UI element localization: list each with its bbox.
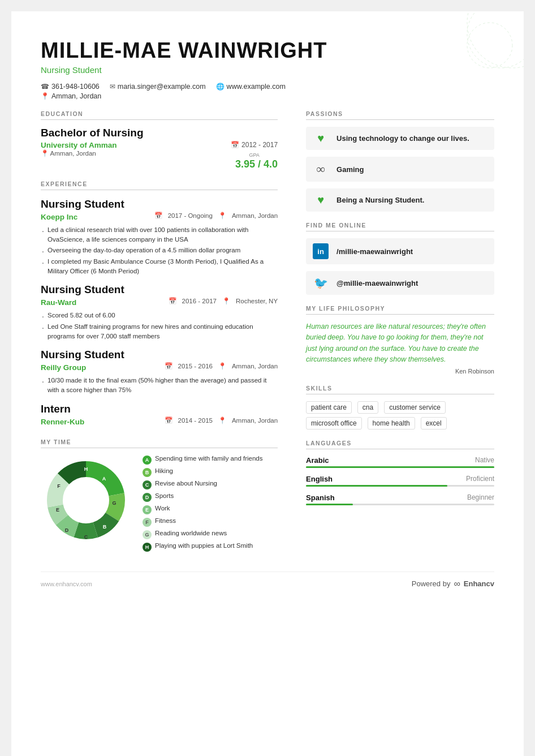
- lang-spanish-bar-fill: [306, 504, 353, 505]
- legend-dot-D: D: [143, 493, 152, 502]
- exp-item-3: Nursing Student Reilly Group 📅 2015 - 20…: [41, 349, 278, 394]
- exp-item-4: Intern Renner-Kub 📅 2014 - 2015 📍 Amman,…: [41, 403, 278, 427]
- bullet-item: 10/30 made it to the final exam (50% hig…: [41, 376, 278, 394]
- skill-tag-4: home health: [368, 417, 415, 429]
- exp-title-3: Nursing Student: [41, 349, 278, 361]
- cal-icon: 📅: [231, 141, 239, 149]
- passion-item-2: ∞ Gaming: [306, 157, 494, 182]
- cal-icon-4: 📅: [165, 416, 172, 424]
- lang-arabic-bar-fill: [306, 466, 494, 468]
- exp-company-2: Rau-Ward: [41, 298, 76, 307]
- skill-tag-5: excel: [421, 417, 447, 429]
- lang-english-bar-bg: [306, 485, 494, 487]
- email-icon: ✉: [110, 83, 115, 91]
- skill-tag-3: microsoft office: [306, 417, 361, 429]
- exp-meta-details-4: 📅 2014 - 2015 📍 Amman, Jordan: [165, 416, 278, 424]
- edu-right: 📅 2012 - 2017 GPA 3.95 / 4.0: [231, 141, 278, 170]
- legend-text-C: Revise about Nursing: [155, 480, 217, 487]
- legend-dot-F: F: [143, 518, 152, 527]
- header: MILLIE-MAE WAINWRIGHT Nursing Student ☎ …: [41, 38, 494, 100]
- legend-dot-C: C: [143, 480, 152, 489]
- skill-tag-1: cna: [357, 401, 378, 414]
- svg-text:E: E: [56, 507, 59, 513]
- lang-arabic: Arabic Native: [306, 456, 494, 468]
- skills-tags: patient care cna customer service micros…: [306, 401, 494, 429]
- gpa-label: GPA: [231, 152, 278, 158]
- exp-item-2: Nursing Student Rau-Ward 📅 2016 - 2017 📍…: [41, 284, 278, 341]
- legend-item-B: B Hiking: [143, 467, 278, 477]
- edu-degree: Bachelor of Nursing: [41, 127, 278, 139]
- legend-text-D: Sports: [155, 492, 174, 499]
- legend-text-A: Spending time with family and friends: [155, 455, 263, 462]
- powered-by-text: Powered by: [412, 579, 451, 588]
- loc-icon-1: 📍: [218, 212, 226, 220]
- online-title: FIND ME ONLINE: [306, 222, 494, 231]
- mytime-layout: H A G B C D E F A Spending: [41, 455, 278, 555]
- candidate-name: MILLIE-MAE WAINWRIGHT: [41, 38, 494, 63]
- contact-row: ☎ 361-948-10606 ✉ maria.singer@example.c…: [41, 83, 494, 91]
- edu-left: University of Amman 📍 Amman, Jordan: [41, 141, 117, 157]
- infinity-brand-icon: ∞: [454, 579, 460, 589]
- legend-dot-G: G: [143, 530, 152, 539]
- linkedin-handle: /millie-maewainwright: [336, 247, 413, 256]
- website-contact: 🌐 www.example.com: [216, 83, 286, 91]
- passion-text-3: Being a Nursing Student.: [336, 196, 424, 204]
- exp-meta-3: Reilly Group 📅 2015 - 2016 📍 Amman, Jord…: [41, 362, 278, 373]
- exp-meta-details-1: 📅 2017 - Ongoing 📍 Amman, Jordan: [154, 212, 278, 220]
- passions-title: PASSIONS: [306, 110, 494, 120]
- languages-section: LANGUAGES Arabic Native English Proficie…: [306, 440, 494, 505]
- philosophy-title: MY LIFE PHILOSOPHY: [306, 305, 494, 315]
- heart-icon-1: ♥: [313, 132, 329, 145]
- right-column: PASSIONS ♥ Using technology to change ou…: [295, 110, 494, 555]
- lang-spanish-header: Spanish Beginner: [306, 493, 494, 502]
- experience-section: EXPERIENCE Nursing Student Koepp Inc 📅 2…: [41, 181, 278, 427]
- location-row: 📍 Amman, Jordan: [41, 92, 494, 100]
- bullet-item: I completed my Basic Ambulance Course (3…: [41, 257, 278, 276]
- skill-tag-2: customer service: [384, 401, 446, 414]
- cal-icon-3: 📅: [165, 362, 172, 370]
- twitter-icon: 🐦: [313, 276, 329, 290]
- philosophy-author: Ken Robinson: [306, 368, 494, 375]
- legend-item-H: H Playing with puppies at Lort Smith: [143, 542, 278, 552]
- legend-text-B: Hiking: [155, 467, 173, 474]
- svg-text:C: C: [84, 534, 88, 540]
- education-title: EDUCATION: [41, 110, 278, 120]
- exp-bullets-3: 10/30 made it to the final exam (50% hig…: [41, 376, 278, 394]
- infinity-icon: ∞: [313, 162, 329, 177]
- lang-spanish-level: Beginner: [467, 493, 494, 502]
- svg-text:H: H: [84, 466, 88, 472]
- legend-dot-A: A: [143, 456, 152, 465]
- resume-container: MILLIE-MAE WAINWRIGHT Nursing Student ☎ …: [11, 11, 524, 756]
- legend-text-H: Playing with puppies at Lort Smith: [155, 542, 253, 549]
- legend-dot-H: H: [143, 543, 152, 552]
- enhancv-logo: Powered by ∞ Enhancv: [412, 579, 494, 589]
- lang-arabic-header: Arabic Native: [306, 456, 494, 465]
- exp-bullets-2: Scored 5.82 out of 6.00 Led One Staff tr…: [41, 311, 278, 341]
- exp-meta-details-2: 📅 2016 - 2017 📍 Rochester, NY: [169, 297, 278, 305]
- bullet-item: Led One Staff training programs for new …: [41, 322, 278, 341]
- exp-meta-details-3: 📅 2015 - 2016 📍 Amman, Jordan: [165, 362, 278, 370]
- location-pin-icon: 📍: [41, 150, 49, 157]
- legend-dot-E: E: [143, 505, 152, 514]
- exp-item-1: Nursing Student Koepp Inc 📅 2017 - Ongoi…: [41, 198, 278, 276]
- lang-english: English Proficient: [306, 475, 494, 487]
- legend-item-C: C Revise about Nursing: [143, 480, 278, 489]
- location-contact: 📍 Amman, Jordan: [41, 92, 101, 100]
- website-url: www.example.com: [227, 83, 286, 91]
- brand-name: Enhancv: [464, 579, 494, 588]
- lang-english-bar-fill: [306, 485, 447, 487]
- legend-text-F: Fitness: [155, 517, 176, 524]
- heart-icon-2: ♥: [313, 194, 329, 207]
- education-item: Bachelor of Nursing University of Amman …: [41, 127, 278, 170]
- passion-item-1: ♥ Using technology to change our lives.: [306, 127, 494, 150]
- cal-icon-2: 📅: [169, 297, 176, 305]
- linkedin-icon: in: [313, 243, 329, 259]
- philosophy-section: MY LIFE PHILOSOPHY Human resources are l…: [306, 305, 494, 375]
- passion-text-2: Gaming: [336, 165, 364, 174]
- lang-spanish-name: Spanish: [306, 493, 335, 502]
- bullet-item: Led a clinical research trial with over …: [41, 225, 278, 244]
- loc-icon-2: 📍: [222, 297, 230, 305]
- exp-meta-2: Rau-Ward 📅 2016 - 2017 📍 Rochester, NY: [41, 297, 278, 308]
- passions-section: PASSIONS ♥ Using technology to change ou…: [306, 110, 494, 212]
- legend-dot-B: B: [143, 468, 152, 477]
